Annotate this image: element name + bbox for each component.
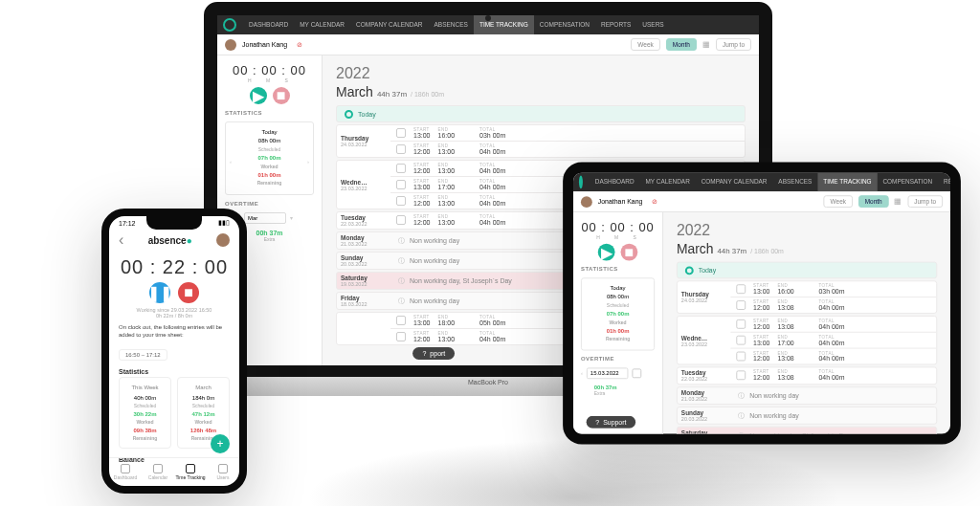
- avatar-icon[interactable]: [225, 39, 236, 51]
- statistics-title: STATISTICS: [225, 110, 314, 116]
- phone-nav-time-tracking[interactable]: Time Tracking: [174, 458, 207, 486]
- nav-item-reports[interactable]: REPORTS: [938, 172, 961, 191]
- top-nav: DASHBOARDMY CALENDARCOMPANY CALENDARABSE…: [573, 172, 950, 191]
- day-row[interactable]: Sunday20.03.2022ⓘNon working day: [677, 407, 937, 425]
- view-month-button[interactable]: Month: [666, 38, 697, 51]
- question-icon: ?: [595, 419, 599, 426]
- stop-button[interactable]: ■: [621, 244, 638, 261]
- avatar-icon[interactable]: [216, 233, 230, 247]
- timer-unit-labels: H M S: [225, 77, 314, 83]
- entry-icon: [396, 332, 406, 341]
- nav-item-my-calendar[interactable]: MY CALENDAR: [639, 172, 695, 191]
- nav-item-dashboard[interactable]: DASHBOARD: [243, 15, 294, 34]
- back-icon[interactable]: ‹: [119, 231, 123, 249]
- nav-item-my-calendar[interactable]: MY CALENDAR: [294, 15, 350, 34]
- view-week-button[interactable]: Week: [824, 195, 853, 208]
- time-entry[interactable]: START12:00END13:08TOTAL04h 00m: [730, 348, 936, 364]
- month-label: March: [677, 241, 714, 256]
- month-sum: 44h 37m: [377, 90, 407, 99]
- pause-button[interactable]: ❚❚: [149, 282, 170, 303]
- time-entry[interactable]: START12:00END13:00TOTAL04h 00m: [390, 141, 745, 157]
- overtime-month-select[interactable]: Mar: [244, 212, 286, 224]
- phone-nav-dashboard[interactable]: Dashboard: [109, 458, 142, 486]
- view-week-button[interactable]: Week: [631, 38, 660, 51]
- day-row[interactable]: Tuesday22.03.2022START12:00END13:08TOTAL…: [677, 366, 937, 385]
- nav-item-compensation[interactable]: COMPENSATION: [878, 172, 939, 191]
- timer: 00 : 00 : 00 H M S ▶ ■: [581, 220, 655, 261]
- nav-item-absences[interactable]: ABSENCES: [429, 15, 474, 34]
- phone-nav-calendar[interactable]: Calendar: [142, 458, 174, 486]
- nav-item-time-tracking[interactable]: TIME TRACKING: [817, 172, 877, 191]
- nav-item-absences[interactable]: ABSENCES: [772, 172, 817, 191]
- add-button[interactable]: +: [211, 434, 230, 453]
- warning-icon: ⊘: [652, 198, 657, 206]
- month-remaining: / 186h 00m: [750, 248, 784, 254]
- non-working-label: ⓘNon working day: [390, 232, 459, 249]
- support-button[interactable]: ?Support: [586, 416, 635, 429]
- tablet-screen: DASHBOARDMY CALENDARCOMPANY CALENDARABSE…: [563, 163, 961, 445]
- battery-icon: ▮▮▯: [218, 219, 230, 227]
- timer-digits: 00 : 22 : 00: [109, 256, 239, 278]
- app-logo-icon: [223, 18, 236, 32]
- avatar-icon[interactable]: [581, 196, 592, 208]
- nav-item-compensation[interactable]: COMPENSATION: [534, 15, 595, 34]
- phone-device: 17:12 ▮▮▯ ‹ absence● 00 : 22 : 00 ❚❚ ■ W…: [101, 209, 247, 494]
- overtime-label: Extra: [594, 390, 655, 396]
- entry-icon: [736, 336, 746, 345]
- year-label: 2022: [336, 65, 746, 82]
- info-icon: ⓘ: [398, 256, 405, 266]
- day-row[interactable]: Saturday19.03.2022ⓘNon working day, St J…: [677, 427, 937, 434]
- jump-to-button[interactable]: Jump to: [716, 38, 751, 51]
- time-entry[interactable]: START13:00END16:00TOTAL03h 00m: [390, 125, 745, 141]
- chevron-right-icon[interactable]: ›: [307, 158, 309, 165]
- nav-item-dashboard[interactable]: DASHBOARD: [590, 172, 640, 191]
- today-row: Today: [677, 262, 937, 279]
- sub-bar: Jonathan Kang ⊘ Week Month ▦ Jump to: [217, 34, 759, 55]
- time-entry[interactable]: START13:00END16:00TOTAL03h 00m: [730, 281, 936, 297]
- overtime-date-input[interactable]: 15.03.2022: [587, 367, 629, 379]
- entry-icon: [736, 370, 746, 380]
- nav-item-time-tracking[interactable]: TIME TRACKING: [474, 15, 534, 34]
- time-entry[interactable]: START12:00END13:08TOTAL04h 00m: [730, 367, 936, 383]
- main-content: 2022 March 44h 37m / 186h 00m TodayThurs…: [663, 212, 950, 434]
- nav-item-company-calendar[interactable]: COMPANY CALENDAR: [350, 15, 428, 34]
- time-entry[interactable]: START12:00END13:08TOTAL04h 00m: [730, 317, 936, 332]
- day-row[interactable]: Wedne…23.03.2022START12:00END13:08TOTAL0…: [677, 316, 937, 364]
- play-button[interactable]: ▶: [598, 244, 615, 261]
- nav-item-reports[interactable]: REPORTS: [595, 15, 636, 34]
- today-dot-icon: [345, 110, 353, 119]
- entry-icon: [736, 319, 746, 329]
- info-icon: ⓘ: [738, 391, 745, 401]
- day-row[interactable]: Thursday24.03.2022START13:00END16:00TOTA…: [336, 124, 746, 158]
- chevron-left-icon[interactable]: ‹: [230, 158, 232, 165]
- entry-icon: [736, 300, 746, 310]
- time-entry[interactable]: START12:00END13:08TOTAL04h 00m: [730, 297, 936, 313]
- nav-item-users[interactable]: USERS: [636, 15, 669, 34]
- support-button[interactable]: ?pport: [412, 347, 455, 360]
- today-row: Today: [336, 105, 746, 122]
- calendar-icon[interactable]: [632, 368, 641, 378]
- phone-nav-users[interactable]: Users: [207, 458, 239, 486]
- user-name: Jonathan Kang: [598, 198, 643, 205]
- stats-week-card: This Week 40h 00mScheduled 30h 22mWorked…: [119, 377, 171, 450]
- timer-unit-labels: H M S: [581, 234, 655, 240]
- entry-icon: [396, 180, 406, 189]
- stats-period: Today: [586, 284, 650, 292]
- info-icon: ⓘ: [398, 236, 405, 246]
- stop-button[interactable]: ■: [273, 87, 290, 104]
- elapsed-label: 0h 22m / 8h 0m: [156, 313, 192, 319]
- info-icon: ⓘ: [398, 297, 405, 306]
- chevron-left-icon[interactable]: ‹: [581, 370, 583, 376]
- entry-icon: [736, 284, 746, 294]
- day-row[interactable]: Monday21.03.2022ⓘNon working day: [677, 386, 937, 405]
- nav-item-company-calendar[interactable]: COMPANY CALENDAR: [696, 172, 773, 191]
- phone-notch: [146, 216, 202, 230]
- day-row[interactable]: Thursday24.03.2022START13:00END16:00TOTA…: [677, 280, 937, 314]
- stop-button[interactable]: ■: [178, 282, 199, 303]
- view-month-button[interactable]: Month: [858, 195, 889, 208]
- calendar-icon: ▦: [702, 40, 710, 49]
- entry-icon: [396, 196, 406, 206]
- jump-to-button[interactable]: Jump to: [907, 195, 943, 208]
- time-entry[interactable]: START13:00END17:00TOTAL04h 00m: [730, 332, 936, 348]
- play-button[interactable]: ▶: [250, 87, 267, 104]
